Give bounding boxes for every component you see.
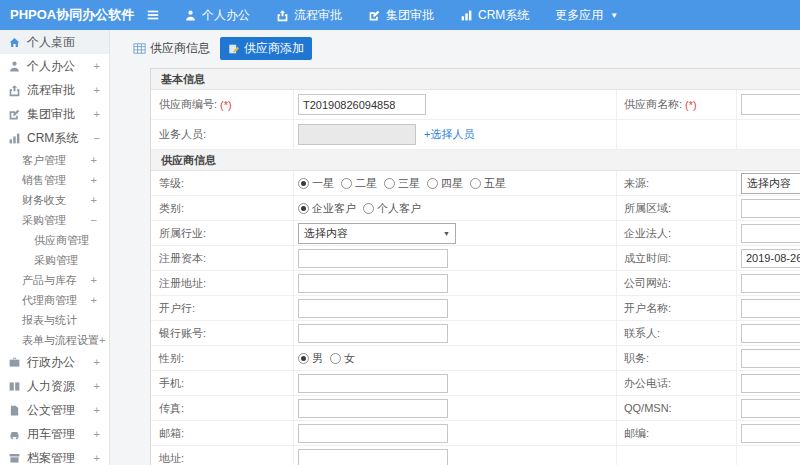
sidebar-item-purchase-mgmt[interactable]: 采购管理− (0, 210, 109, 230)
sidebar-item-vehicle-mgmt[interactable]: 用车管理 + (0, 422, 109, 446)
sidebar-item-label: 人力资源 (27, 378, 75, 395)
radio-label: 三星 (398, 176, 420, 191)
zip-input[interactable] (741, 424, 800, 443)
legal-person-label: 企业法人: (624, 226, 671, 241)
position-label: 职务: (624, 351, 649, 366)
source-select[interactable]: 选择内容▼ (741, 173, 800, 194)
account-name-input[interactable] (741, 299, 800, 318)
supplier-name-input[interactable] (741, 94, 800, 115)
sidebar-item-label: 供应商管理 (34, 233, 89, 248)
sidebar-item-agent-mgmt[interactable]: 代理商管理+ (0, 290, 109, 310)
radio-label: 四星 (441, 176, 463, 191)
nav-label: 流程审批 (294, 7, 342, 24)
tab-supplier-add[interactable]: 供应商添加 (220, 37, 312, 60)
top-bar: PHPOA协同办公软件 个人办公 流程审批 集团审批 CRM系统 更多应用 ▼ (0, 0, 800, 30)
sidebar-item-hr[interactable]: 人力资源 + (0, 374, 109, 398)
contact-input[interactable] (741, 324, 800, 343)
user-icon (8, 60, 21, 73)
supplier-no-input[interactable] (298, 94, 426, 115)
fax-input[interactable] (298, 399, 448, 418)
radio-level-5star[interactable]: 五星 (470, 176, 506, 191)
radio-label: 个人客户 (377, 201, 421, 216)
sidebar-item-personal-desktop[interactable]: 个人桌面 (0, 30, 109, 54)
radio-label: 二星 (355, 176, 377, 191)
nav-group-approval[interactable]: 集团审批 (368, 7, 434, 24)
sidebar-item-admin-office[interactable]: 行政办公 + (0, 350, 109, 374)
sidebar-item-finance[interactable]: 财务收支+ (0, 190, 109, 210)
sidebar-item-supplier-mgmt[interactable]: 供应商管理 (0, 230, 109, 250)
form-row: 供应商编号:(*) 供应商名称:(*) (151, 90, 800, 120)
nav-more-apps[interactable]: 更多应用 ▼ (555, 7, 618, 24)
section-header-basic: 基本信息 (151, 69, 800, 90)
registered-address-input[interactable] (298, 274, 448, 293)
radio-gender-male[interactable]: 男 (298, 351, 323, 366)
qq-msn-input[interactable] (741, 399, 800, 418)
supplier-no-label: 供应商编号: (159, 97, 217, 112)
nav-crm-system[interactable]: CRM系统 (460, 7, 529, 24)
bar-chart-icon (460, 9, 473, 22)
hamburger-menu-icon[interactable] (146, 8, 160, 22)
office-phone-input[interactable] (741, 374, 800, 393)
sidebar-item-crm-system[interactable]: CRM系统 − (0, 126, 109, 150)
radio-label: 企业客户 (312, 201, 356, 216)
sidebar-item-label: CRM系统 (27, 130, 78, 147)
address-input[interactable] (298, 449, 448, 465)
choose-staff-link[interactable]: +选择人员 (424, 127, 474, 142)
radio-level-4star[interactable]: 四星 (427, 176, 463, 191)
nav-personal-office[interactable]: 个人办公 (184, 7, 250, 24)
form-row: 注册资本: 成立时间: (151, 246, 800, 271)
sidebar-item-reports[interactable]: 报表与统计 (0, 310, 109, 330)
mobile-label: 手机: (159, 376, 184, 391)
sidebar-item-customer-mgmt[interactable]: 客户管理+ (0, 150, 109, 170)
radio-gender-female[interactable]: 女 (330, 351, 355, 366)
bank-input[interactable] (298, 299, 448, 318)
industry-select[interactable]: 选择内容▼ (298, 223, 456, 244)
sidebar-item-group-approval[interactable]: 集团审批 + (0, 102, 109, 126)
sidebar-item-label: 用车管理 (27, 426, 75, 443)
radio-category-personal[interactable]: 个人客户 (363, 201, 421, 216)
select-value: 选择内容 (304, 226, 348, 241)
nav-process-approval[interactable]: 流程审批 (276, 7, 342, 24)
radio-level-2star[interactable]: 二星 (341, 176, 377, 191)
radio-label: 男 (312, 351, 323, 366)
legal-person-input[interactable] (741, 224, 800, 243)
caret-down-icon: ▼ (443, 230, 450, 237)
expand-sign: + (91, 194, 97, 206)
sidebar-item-process-approval[interactable]: 流程审批 + (0, 78, 109, 102)
nav-label: 个人办公 (202, 7, 250, 24)
tab-supplier-info[interactable]: 供应商信息 (133, 40, 210, 57)
radio-category-enterprise[interactable]: 企业客户 (298, 201, 356, 216)
sidebar-item-form-flow-settings[interactable]: 表单与流程设置+ (0, 330, 109, 350)
sidebar-item-archive-mgmt[interactable]: 档案管理 + (0, 446, 109, 465)
form-row: 传真: QQ/MSN: (151, 396, 800, 421)
sidebar-item-sales-mgmt[interactable]: 销售管理+ (0, 170, 109, 190)
table-icon (133, 42, 146, 55)
edit-icon (8, 108, 21, 121)
website-input[interactable] (741, 274, 800, 293)
bank-account-input[interactable] (298, 324, 448, 343)
office-phone-label: 办公电话: (624, 376, 671, 391)
nav-label: CRM系统 (478, 7, 529, 24)
staff-input[interactable] (298, 124, 416, 145)
sidebar-item-purchasing[interactable]: 采购管理 (0, 250, 109, 270)
radio-dot (298, 353, 309, 364)
user-icon (184, 9, 197, 22)
sidebar-item-product-inventory[interactable]: 产品与库存+ (0, 270, 109, 290)
sidebar-item-label: 报表与统计 (22, 313, 77, 328)
sidebar-item-personal-office[interactable]: 个人办公 + (0, 54, 109, 78)
expand-sign: + (94, 404, 100, 416)
sidebar-item-document-mgmt[interactable]: 公文管理 + (0, 398, 109, 422)
mobile-input[interactable] (298, 374, 448, 393)
expand-sign: + (94, 108, 100, 120)
registered-capital-input[interactable] (298, 249, 448, 268)
position-input[interactable] (741, 349, 800, 368)
sidebar-item-label: 集团审批 (27, 106, 75, 123)
radio-level-3star[interactable]: 三星 (384, 176, 420, 191)
source-label: 来源: (624, 176, 649, 191)
sidebar-item-label: 公文管理 (27, 402, 75, 419)
email-input[interactable] (298, 424, 448, 443)
sidebar-item-label: 采购管理 (22, 213, 66, 228)
region-input[interactable] (741, 199, 800, 218)
radio-level-1star[interactable]: 一星 (298, 176, 334, 191)
founded-date-input[interactable] (741, 249, 800, 268)
